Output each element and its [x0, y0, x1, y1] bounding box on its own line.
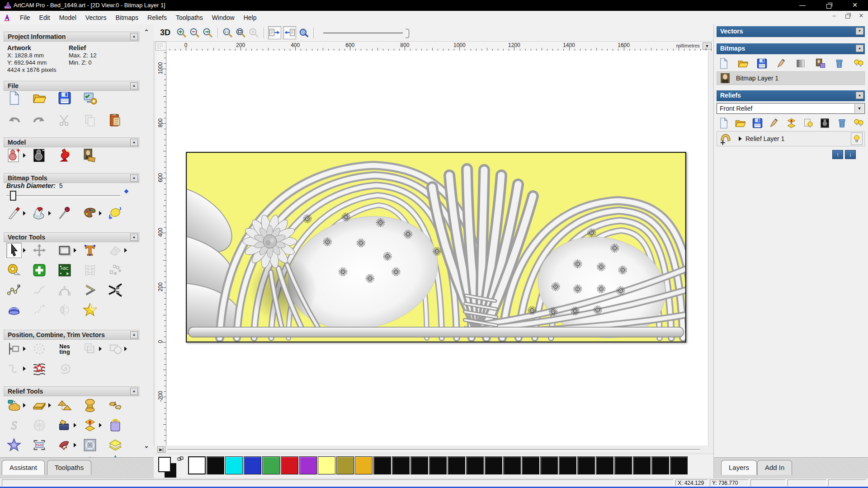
flyout-arrow-icon[interactable]: [48, 211, 51, 216]
menu-vectors[interactable]: Vectors: [81, 11, 111, 24]
squash-relief-icon[interactable]: [32, 437, 47, 453]
menu-edit[interactable]: Edit: [35, 11, 55, 24]
smooth-relief-icon[interactable]: [6, 398, 22, 413]
palette-swatch[interactable]: [318, 456, 335, 474]
scroll-left-button[interactable]: ▶|: [157, 446, 165, 453]
load-relief-icon[interactable]: [82, 148, 98, 163]
palette-swatch[interactable]: [244, 456, 261, 474]
palette-swatch[interactable]: [485, 456, 502, 474]
greyscale-model-icon[interactable]: [32, 148, 47, 163]
align-vectors-icon[interactable]: [6, 341, 22, 357]
horizontal-scrollbar[interactable]: ▶|: [154, 446, 713, 454]
collapse-button[interactable]: ▲: [856, 45, 863, 52]
brush-slider-handle[interactable]: [10, 191, 16, 201]
shape-editor-icon[interactable]: [57, 398, 72, 413]
offset-relief-icon[interactable]: [108, 437, 123, 453]
minimize-button[interactable]: —: [789, 0, 816, 11]
paint-brush-icon[interactable]: [6, 206, 22, 221]
scroll-down-chevron[interactable]: ⌄: [142, 443, 151, 450]
flyout-arrow-icon[interactable]: [23, 211, 26, 216]
zoom-in-icon[interactable]: [175, 27, 188, 39]
palette-swatch[interactable]: [207, 456, 224, 474]
palette-swatch[interactable]: [299, 456, 317, 474]
model-options-icon[interactable]: [82, 90, 98, 106]
palette-swatch[interactable]: [651, 456, 669, 474]
wrap-relief-icon[interactable]: [108, 418, 123, 433]
palette-swatch[interactable]: [429, 456, 447, 474]
palette-swatch[interactable]: [522, 456, 539, 474]
flyout-arrow-icon[interactable]: [74, 248, 76, 253]
expand-relief-layer-icon[interactable]: [739, 136, 742, 141]
combo-dropdown-icon[interactable]: ▼: [854, 104, 864, 113]
bulb-page-icon[interactable]: [802, 117, 814, 129]
magic-fill-icon[interactable]: [108, 206, 123, 221]
flyout-arrow-icon[interactable]: [74, 443, 76, 447]
lighting-icon[interactable]: [57, 148, 72, 163]
expand-button[interactable]: ▼: [856, 28, 863, 35]
child-close-button[interactable]: ✕: [856, 12, 866, 21]
colour-picker-icon[interactable]: [57, 206, 72, 221]
transform-vectors-icon[interactable]: [32, 243, 47, 258]
save-layer-icon[interactable]: [756, 57, 768, 70]
menu-file[interactable]: File: [15, 11, 35, 24]
tab-toolpaths[interactable]: Toolpaths: [47, 460, 91, 475]
open-layer-icon[interactable]: [737, 57, 749, 70]
palette-swatch[interactable]: [262, 456, 280, 474]
palette-swatch[interactable]: [466, 456, 484, 474]
palette-swatch[interactable]: [577, 456, 595, 474]
tab-assistant[interactable]: Assistant: [2, 460, 45, 475]
tab-add-in[interactable]: Add In: [757, 460, 792, 475]
paste-relief-icon[interactable]: [82, 418, 98, 433]
primary-colour-swatch[interactable]: [158, 457, 171, 472]
undo-icon[interactable]: [6, 113, 22, 128]
save-layer-icon[interactable]: [751, 117, 764, 129]
paste-relief-icon[interactable]: [785, 117, 797, 129]
dimension-tape-icon[interactable]: [6, 263, 22, 278]
drawing-canvas[interactable]: [166, 51, 708, 446]
palette-icon[interactable]: [82, 206, 98, 221]
flyout-arrow-icon[interactable]: [48, 403, 51, 408]
menu-toolpaths[interactable]: Toolpaths: [171, 11, 208, 24]
relief-from-image-icon[interactable]: [57, 418, 72, 433]
open-model-icon[interactable]: [32, 90, 47, 106]
tab-layers[interactable]: Layers: [721, 460, 757, 475]
zero-plane-icon[interactable]: [32, 398, 47, 413]
palette-swatch[interactable]: [633, 456, 651, 474]
greyscale-preview-icon[interactable]: [819, 117, 831, 129]
bitmap-to-vector-icon[interactable]: [814, 57, 826, 70]
layer-visibility-button[interactable]: [851, 132, 863, 145]
primary-secondary-colours[interactable]: [158, 456, 185, 477]
menu-window[interactable]: Window: [208, 11, 239, 24]
zoom-fit-icon[interactable]: [235, 27, 247, 39]
zoom-slider-handle[interactable]: [406, 29, 409, 38]
vector-doctor-icon[interactable]: [32, 263, 47, 278]
collapse-button[interactable]: ▲: [130, 174, 138, 182]
palette-swatch[interactable]: [540, 456, 558, 474]
delete-layer-icon[interactable]: [836, 117, 848, 129]
brush-diameter-slider[interactable]: [6, 195, 120, 197]
save-model-icon[interactable]: [57, 90, 72, 106]
flyout-arrow-icon[interactable]: [23, 153, 26, 158]
vector-texture-icon[interactable]: [32, 361, 47, 376]
vectors-header[interactable]: Vectors ▼: [717, 26, 865, 37]
texture-relief-icon[interactable]: [82, 437, 98, 453]
restore-button[interactable]: [816, 0, 842, 11]
flyout-arrow-icon[interactable]: [23, 366, 26, 371]
redo-icon[interactable]: [32, 113, 47, 128]
zoom-previous-icon[interactable]: [202, 27, 214, 39]
create-polyline-icon[interactable]: [6, 282, 22, 298]
menu-model[interactable]: Model: [55, 11, 81, 24]
link-views-a-icon[interactable]: [268, 26, 281, 39]
bend-relief-icon[interactable]: [57, 437, 72, 453]
paste-icon[interactable]: [108, 113, 123, 128]
create-star-icon[interactable]: [82, 302, 98, 318]
palette-swatch[interactable]: [188, 456, 206, 474]
relief-layer-row[interactable]: Relief Layer 1: [717, 131, 865, 146]
snip-vector-icon[interactable]: [108, 282, 123, 298]
paint-layer-icon[interactable]: [775, 57, 788, 70]
flyout-arrow-icon[interactable]: [74, 423, 76, 427]
ruler-units-dropdown[interactable]: ▼: [703, 42, 712, 50]
collapse-button[interactable]: ▲: [130, 139, 138, 146]
new-layer-icon[interactable]: [717, 57, 730, 70]
new-layer-icon[interactable]: [717, 117, 730, 129]
